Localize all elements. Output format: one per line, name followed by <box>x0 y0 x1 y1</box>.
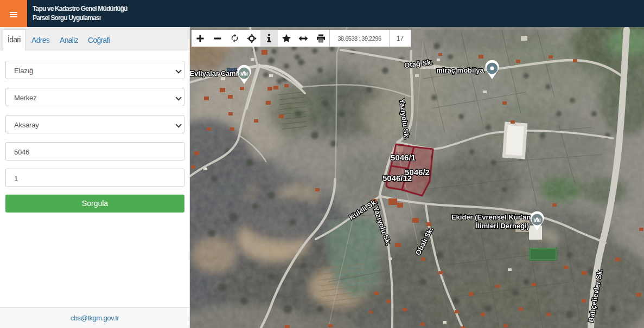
svg-text:Evliyalar Cami: Evliyalar Cami <box>190 69 238 78</box>
svg-text:Ekider (Evrensel Kur'an: Ekider (Evrensel Kur'an <box>451 213 531 221</box>
svg-text:5046/12: 5046/12 <box>382 173 412 183</box>
svg-text:5046/1: 5046/1 <box>391 153 416 162</box>
svg-text:İlimleri Derneği): İlimleri Derneği) <box>476 222 529 230</box>
svg-text:miraç mobilya: miraç mobilya <box>436 66 484 74</box>
